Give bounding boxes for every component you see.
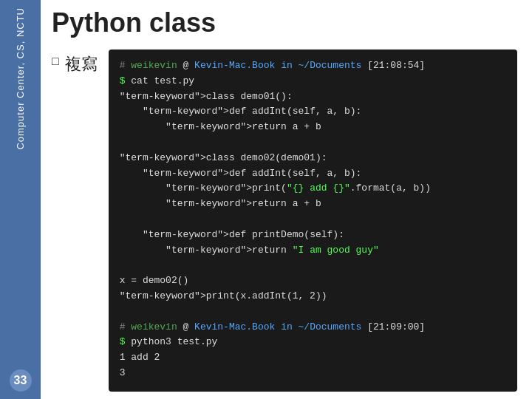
terminal-box: # weikevin @ Kevin-Mac.Book in ~/Documen… [109, 50, 517, 392]
terminal-line: "term-keyword">return a + b [120, 197, 506, 212]
checkbox-icon: □ [52, 55, 59, 68]
terminal-line: "term-keyword">class demo02(demo01): [120, 151, 506, 166]
main-content: Python class □ 複寫 # weikevin @ Kevin-Mac… [41, 0, 532, 399]
page-title: Python class [52, 7, 517, 38]
terminal-line: "term-keyword">return "I am good guy" [120, 243, 506, 259]
page-number: 33 [10, 369, 32, 392]
content-area: □ 複寫 # weikevin @ Kevin-Mac.Book in ~/Do… [52, 50, 517, 392]
terminal-line: "term-keyword">class demo01(): [120, 89, 506, 105]
sidebar: Computer Center, CS, NCTU 33 [0, 0, 41, 399]
terminal-line: 3 [120, 366, 506, 381]
terminal-line: $ python3 test.py [120, 335, 506, 350]
bullet-label: □ 複寫 [52, 50, 98, 392]
terminal-line: $ cat test.py [120, 74, 506, 89]
terminal-line: "term-keyword">def printDemo(self): [120, 228, 506, 243]
sidebar-label: Computer Center, CS, NCTU [15, 7, 26, 150]
terminal-line [120, 304, 506, 320]
terminal-line: x = demo02() [120, 273, 506, 289]
terminal-line [120, 212, 506, 228]
terminal-line: "term-keyword">return a + b [120, 120, 506, 135]
terminal-line: "term-keyword">print(x.addInt(1, 2)) [120, 289, 506, 304]
terminal-line [120, 258, 506, 273]
terminal-line: "term-keyword">def addInt(self, a, b): [120, 104, 506, 120]
terminal-line: "term-keyword">print("{} add {}".format(… [120, 181, 506, 197]
terminal-line [120, 135, 506, 151]
bullet-text: 複寫 [65, 53, 98, 75]
terminal-line: "term-keyword">def addInt(self, a, b): [120, 166, 506, 182]
terminal-line: 1 add 2 [120, 350, 506, 366]
terminal-line: # weikevin @ Kevin-Mac.Book in ~/Documen… [120, 58, 506, 74]
terminal-line: # weikevin @ Kevin-Mac.Book in ~/Documen… [120, 320, 506, 335]
